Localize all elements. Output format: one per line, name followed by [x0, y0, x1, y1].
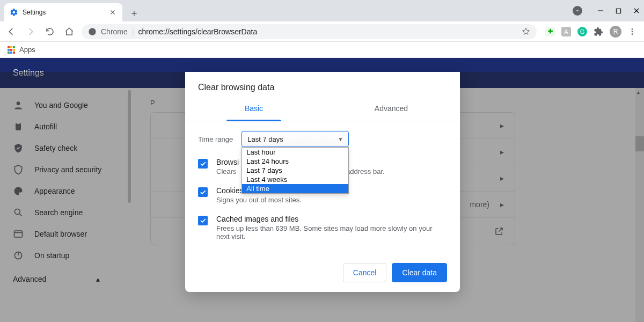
gear-icon — [10, 8, 18, 17]
clear-browsing-data-dialog: Clear browsing data Basic Advanced Time … — [185, 72, 460, 292]
window-close-button[interactable] — [633, 8, 640, 14]
forward-button[interactable] — [24, 25, 38, 39]
window-minimize-button[interactable] — [597, 8, 604, 14]
svg-rect-0 — [616, 9, 620, 13]
extensions-area: ✚ A G R — [542, 26, 640, 38]
tab-label: Basic — [245, 104, 263, 113]
dialog-actions: Cancel Clear data — [185, 251, 460, 282]
checkbox-cookies[interactable] — [198, 187, 208, 197]
time-range-selected-value: Last 7 days — [247, 135, 283, 143]
item-desc: Frees up less than 639 MB. Some sites ma… — [216, 224, 447, 240]
time-range-row: Time range Last 7 days ▼ Last hour Last … — [198, 131, 447, 147]
extension-icon[interactable]: G — [577, 27, 587, 36]
tab-label: Advanced — [375, 104, 408, 113]
svg-point-2 — [632, 28, 633, 30]
time-range-label: Time range — [198, 135, 233, 143]
extension-icon[interactable]: ✚ — [545, 27, 555, 36]
close-tab-icon[interactable] — [108, 8, 117, 17]
new-tab-button[interactable] — [130, 9, 138, 18]
apps-label[interactable]: Apps — [19, 46, 35, 54]
checkbox-cache[interactable] — [198, 216, 208, 225]
time-range-dropdown: Last hour Last 24 hours Last 7 days Last… — [241, 147, 349, 194]
clear-data-button[interactable]: Clear data — [392, 263, 447, 282]
checkbox-browsing-history[interactable] — [198, 159, 208, 169]
tab-title: Settings — [23, 9, 108, 16]
time-range-option[interactable]: Last 7 days — [242, 166, 348, 175]
item-desc: Signs you out of most sites. — [216, 196, 308, 204]
svg-point-3 — [632, 31, 633, 32]
apps-icon[interactable] — [8, 46, 15, 54]
extension-icon[interactable]: A — [561, 27, 571, 36]
chrome-menu-button[interactable] — [628, 27, 636, 36]
bookmark-star-icon[interactable] — [522, 27, 530, 36]
time-range-option[interactable]: Last hour — [242, 148, 348, 157]
extensions-puzzle-icon[interactable] — [594, 27, 603, 36]
svg-point-4 — [632, 33, 633, 35]
time-range-option[interactable]: Last 4 weeks — [242, 175, 348, 184]
home-button[interactable] — [62, 25, 76, 39]
omnibox-separator: | — [132, 27, 134, 36]
browser-tab-settings[interactable]: Settings — [4, 3, 122, 21]
browser-toolbar: Chrome | chrome://settings/clearBrowserD… — [0, 21, 644, 42]
dialog-title: Clear browsing data — [185, 72, 460, 96]
chevron-down-icon: ▼ — [338, 136, 343, 142]
tab-advanced[interactable]: Advanced — [323, 96, 460, 121]
address-bar[interactable]: Chrome | chrome://settings/clearBrowserD… — [82, 24, 537, 39]
time-range-option[interactable]: All time — [242, 184, 348, 193]
time-range-option[interactable]: Last 24 hours — [242, 157, 348, 166]
svg-point-1 — [89, 28, 96, 35]
button-label: Cancel — [353, 268, 377, 277]
back-button[interactable] — [4, 25, 18, 39]
omnibox-prefix: Chrome — [101, 27, 128, 36]
profile-indicator-icon[interactable] — [573, 6, 582, 16]
clear-item-cache: Cached images and files Frees up less th… — [198, 215, 447, 240]
browser-tabstrip: Settings — [0, 0, 644, 21]
time-range-select[interactable]: Last 7 days ▼ Last hour Last 24 hours La… — [241, 131, 349, 147]
dialog-tabs: Basic Advanced — [185, 96, 460, 121]
button-label: Clear data — [402, 268, 437, 277]
profile-avatar[interactable]: R — [610, 26, 621, 38]
tab-basic[interactable]: Basic — [185, 96, 323, 121]
site-info-icon[interactable] — [88, 27, 97, 36]
window-maximize-button[interactable] — [616, 8, 621, 14]
item-title: Cached images and files — [216, 215, 447, 223]
reload-button[interactable] — [43, 25, 57, 39]
omnibox-url: chrome://settings/clearBrowserData — [138, 27, 257, 36]
window-controls — [573, 0, 640, 21]
cancel-button[interactable]: Cancel — [343, 263, 387, 282]
bookmarks-bar: Apps — [0, 42, 644, 58]
